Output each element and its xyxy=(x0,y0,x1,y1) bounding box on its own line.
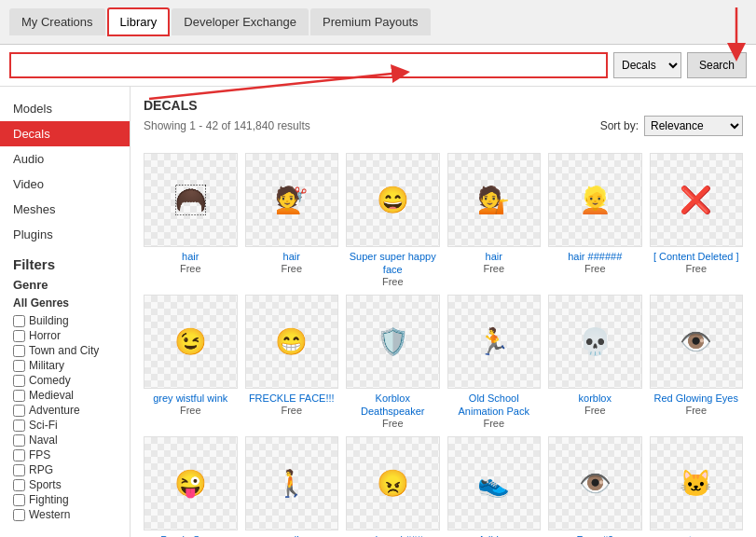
item-name: grey wistful wink xyxy=(153,392,227,405)
grid-item[interactable]: 🚶 walk Free xyxy=(245,436,339,537)
item-name: korblox xyxy=(579,392,612,405)
genre-all[interactable]: All Genres xyxy=(13,296,117,310)
item-thumbnail: 👱 xyxy=(548,153,642,247)
grid-item[interactable]: 😄 Super super happy face Free xyxy=(346,153,440,287)
genre-title: Genre xyxy=(13,278,117,292)
sort-row: Sort by: Relevance Most Favorited Newest… xyxy=(600,116,743,136)
content-title: DECALS xyxy=(144,98,743,113)
search-input[interactable] xyxy=(9,52,608,78)
item-thumbnail: 👁️ xyxy=(548,436,642,530)
grid-item[interactable]: 👁️ Red Glowing Eyes Free xyxy=(650,295,744,429)
items-grid: 🦱 hair Free 💇 hair Free 😄 Super super ha… xyxy=(144,153,743,537)
item-name: Red Glowing Eyes xyxy=(654,392,739,405)
grid-item[interactable]: 💁 hair Free xyxy=(447,153,542,287)
item-thumbnail: 😉 xyxy=(144,295,238,389)
item-thumbnail: 💀 xyxy=(548,295,642,389)
main-layout: Models Decals Audio Video Meshes Plugins… xyxy=(0,87,756,537)
sidebar: Models Decals Audio Video Meshes Plugins… xyxy=(0,87,131,537)
genre-medieval[interactable]: Medieval xyxy=(13,388,117,403)
item-price: Free xyxy=(180,263,201,274)
genre-rpg[interactable]: RPG xyxy=(13,462,117,477)
grid-item[interactable]: 🦱 hair Free xyxy=(144,153,238,287)
genre-western[interactable]: Western xyxy=(13,507,117,522)
item-thumbnail: 🐱 xyxy=(650,436,744,530)
grid-item[interactable]: 👁️ Face #2 Free xyxy=(548,436,642,537)
item-price: Free xyxy=(685,263,707,274)
item-thumbnail: 🚶 xyxy=(245,436,339,530)
item-name: Old School Animation Pack xyxy=(447,392,542,419)
item-thumbnail: 🦱 xyxy=(144,153,238,247)
grid-item[interactable]: 😉 grey wistful wink Free xyxy=(144,295,238,429)
item-name: Purple Super Duper... xyxy=(144,533,238,537)
genre-horror[interactable]: Horror xyxy=(13,328,117,343)
sort-select[interactable]: Relevance Most Favorited Newest Bestsell… xyxy=(644,116,743,136)
tab-my-creations[interactable]: My Creations xyxy=(9,8,105,35)
item-thumbnail: 👟 xyxy=(447,436,542,530)
item-name: hair xyxy=(182,250,199,263)
item-name: cat ears xyxy=(678,533,714,537)
filters-section: Filters Genre All Genres Building Horror… xyxy=(0,247,130,531)
genre-building[interactable]: Building xyxy=(13,313,117,328)
sidebar-item-plugins[interactable]: Plugins xyxy=(0,222,130,247)
content-area: DECALS Showing 1 - 42 of 141,840 results… xyxy=(131,87,756,537)
item-thumbnail: 🏃 xyxy=(447,295,542,389)
grid-item[interactable]: 🐱 cat ears Free xyxy=(650,436,744,537)
item-name: hair xyxy=(486,250,502,263)
sidebar-item-models[interactable]: Models xyxy=(0,96,130,121)
grid-item[interactable]: 👟 Adidas Free xyxy=(447,436,542,537)
tab-premium-payouts[interactable]: Premium Payouts xyxy=(310,8,431,35)
top-nav: My Creations Library Developer Exchange … xyxy=(0,0,756,45)
item-price: Free xyxy=(281,405,302,416)
item-thumbnail: 😁 xyxy=(245,295,339,389)
search-category-select[interactable]: Decals Models Audio Video Meshes Plugins xyxy=(613,52,681,78)
filters-title: Filters xyxy=(13,256,117,272)
item-thumbnail: 💇 xyxy=(245,153,339,247)
grid-item[interactable]: 💀 korblox Free xyxy=(548,295,642,429)
genre-fps[interactable]: FPS xyxy=(13,448,117,462)
tab-developer-exchange[interactable]: Developer Exchange xyxy=(172,8,309,35)
item-price: Free xyxy=(281,263,302,274)
sidebar-item-audio[interactable]: Audio xyxy=(0,146,130,172)
sidebar-item-decals[interactable]: Decals xyxy=(0,121,130,146)
search-bar: Decals Models Audio Video Meshes Plugins… xyxy=(0,45,756,87)
item-name: Korblox Deathspeaker xyxy=(346,392,440,419)
item-thumbnail: 😄 xyxy=(346,153,440,247)
item-name: hair xyxy=(283,250,300,263)
grid-item[interactable]: ❌ [ Content Deleted ] Free xyxy=(650,153,744,287)
item-price: Free xyxy=(483,418,504,429)
item-name: hair ###### xyxy=(568,250,622,263)
item-name: red eyed ### xyxy=(363,533,422,537)
sort-label: Sort by: xyxy=(600,119,639,132)
item-name: FRECKLE FACE!!! xyxy=(249,392,335,405)
genre-comedy[interactable]: Comedy xyxy=(13,373,117,388)
item-name: Face #2 xyxy=(576,533,613,537)
grid-item[interactable]: 🛡️ Korblox Deathspeaker Free xyxy=(346,295,440,429)
sidebar-item-meshes[interactable]: Meshes xyxy=(0,197,130,222)
item-price: Free xyxy=(584,263,606,274)
item-thumbnail: 💁 xyxy=(447,153,542,247)
item-price: Free xyxy=(180,405,201,416)
tab-library[interactable]: Library xyxy=(107,7,171,36)
genre-town-and-city[interactable]: Town and City xyxy=(13,343,117,358)
item-thumbnail: 😜 xyxy=(144,436,238,530)
genre-adventure[interactable]: Adventure xyxy=(13,403,117,418)
genre-fighting[interactable]: Fighting xyxy=(13,492,117,507)
genre-naval[interactable]: Naval xyxy=(13,433,117,448)
search-button[interactable]: Search xyxy=(687,52,747,78)
grid-item[interactable]: 🏃 Old School Animation Pack Free xyxy=(447,295,542,429)
item-price: Free xyxy=(382,418,404,429)
genre-scifi[interactable]: Sci-Fi xyxy=(13,418,117,433)
item-name: [ Content Deleted ] xyxy=(653,250,739,263)
grid-item[interactable]: 😁 FRECKLE FACE!!! Free xyxy=(245,295,339,429)
grid-item[interactable]: 💇 hair Free xyxy=(245,153,339,287)
grid-item[interactable]: 👱 hair ###### Free xyxy=(548,153,642,287)
grid-item[interactable]: 😠 red eyed ### Free xyxy=(346,436,440,537)
genre-sports[interactable]: Sports xyxy=(13,477,117,492)
grid-item[interactable]: 😜 Purple Super Duper... Free xyxy=(144,436,238,537)
sidebar-item-video[interactable]: Video xyxy=(0,172,130,197)
item-name: walk xyxy=(282,533,302,537)
item-thumbnail: 👁️ xyxy=(650,295,744,389)
item-thumbnail: ❌ xyxy=(650,153,744,247)
genre-military[interactable]: Military xyxy=(13,358,117,373)
item-thumbnail: 😠 xyxy=(346,436,440,530)
